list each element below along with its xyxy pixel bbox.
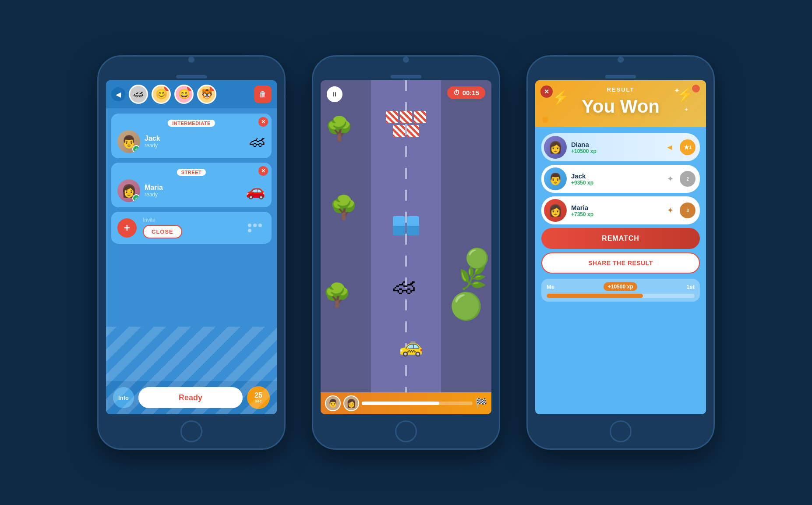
pause-icon: ⏸ (332, 91, 338, 98)
result-screen: ✦ ✦ ✦ ⚡ ⚡ ✕ RESULT You Won 👩 (535, 80, 706, 414)
barrier-block-3 (414, 111, 426, 123)
me-rank: 1st (686, 284, 695, 290)
barrier-mid-blocks (393, 216, 419, 235)
player-mini-1: 👨 (325, 395, 341, 411)
progress-track (362, 402, 473, 405)
jack-badge: 2 (680, 171, 695, 187)
phone-2-camera (403, 57, 409, 63)
maria-result-name: Maria (571, 204, 663, 211)
ready-button[interactable]: Ready (138, 387, 243, 408)
me-row: Me +10500 xp 1st (541, 279, 700, 302)
timer-value: 25 (254, 391, 262, 399)
phone-3-home-button[interactable] (610, 420, 632, 442)
phone-1-home-button[interactable] (180, 420, 202, 442)
star-decor-3: ✦ (684, 107, 688, 113)
phone-2-home-button[interactable] (395, 420, 417, 442)
diana-badge: ★ 1 (680, 139, 695, 155)
phone1-screen: ◀ 🏎 😊 😄 🐯 🗑 (106, 80, 277, 414)
barrier-mid-1 (393, 216, 405, 235)
phone-3-screen: ✦ ✦ ✦ ⚡ ⚡ ✕ RESULT You Won 👩 (535, 80, 706, 414)
jack-car-icon: 🏎 (250, 132, 265, 151)
invite-close-button[interactable]: CLOSE (143, 225, 182, 238)
share-result-button[interactable]: SHARE THE RESULT (541, 252, 700, 274)
invite-label: Invite (143, 217, 182, 223)
barrier-mid (393, 216, 419, 235)
jack-info: Jack ready (145, 135, 245, 149)
card-maria: STREET 👩 ✓ Maria ready 🚗 ✕ (111, 163, 272, 207)
card-maria-row: 👩 ✓ Maria ready 🚗 (117, 179, 265, 202)
badge-rank-1: 1 (689, 145, 692, 150)
diana-arrow: ◄ (666, 143, 674, 152)
diana-avatar: 👩 (544, 136, 567, 159)
maria-badge: 3 (680, 203, 695, 218)
phone-2-screen: 🌳 🌳 🌳 🌿 🟢 🟢 (321, 80, 491, 414)
timer-display: 25 sec (247, 386, 270, 409)
phone-1-screen: ◀ 🏎 😊 😄 🐯 🗑 (106, 80, 277, 414)
result-bottom: 👩 Diana +10500 xp ◄ ★ 1 👨 (535, 127, 706, 414)
barrier-block-2 (400, 111, 412, 123)
me-top: Me +10500 xp 1st (547, 282, 695, 291)
maria-avatar: 👩 ✓ (117, 179, 140, 202)
barrier-block-1 (386, 111, 398, 123)
card-maria-level-label: STREET (117, 168, 265, 176)
avatar-3: 😄 (174, 85, 194, 104)
tree-1: 🌳 (325, 115, 353, 142)
maria-check-icon: ✓ (132, 194, 140, 202)
phone1-content: INTERMEDIATE 👨 ✓ Jack ready 🏎 ✕ (106, 108, 277, 381)
badge-star-1: ★ (684, 144, 689, 151)
barrier-block-5 (407, 125, 419, 137)
rematch-button[interactable]: REMATCH (541, 228, 700, 249)
dots-decor (248, 224, 265, 232)
avatar-4-icon: 🐯 (201, 89, 213, 100)
me-label: Me (547, 284, 554, 290)
barrier-block-4 (393, 125, 405, 137)
maria-arrow: ✦ (667, 206, 674, 215)
diana-xp: +10500 xp (571, 148, 661, 154)
avatar-2-icon: 😊 (155, 89, 167, 100)
flag-icon: 🏁 (475, 398, 487, 409)
card-maria-close[interactable]: ✕ (258, 166, 268, 176)
maria-result-info: Maria +7350 xp (571, 204, 663, 217)
avatar-2: 😊 (152, 85, 171, 104)
maria-result-avatar-icon: 👩 (548, 204, 562, 217)
player-row-jack: 👨 Jack +9350 xp ✦ 2 (541, 165, 700, 193)
car-yellow-icon: 🚕 (399, 334, 423, 357)
car-orange-icon: 🏎 (393, 273, 416, 299)
car-orange: 🏎 (393, 273, 416, 299)
maria-info: Maria ready (145, 184, 241, 198)
pause-button[interactable]: ⏸ (327, 86, 342, 102)
phone-3: ✦ ✦ ✦ ⚡ ⚡ ✕ RESULT You Won 👩 (526, 55, 715, 450)
avatar-4: 🐯 (197, 85, 216, 104)
player-mini-2: 👩 (343, 395, 359, 411)
result-top: ✦ ✦ ✦ ⚡ ⚡ ✕ RESULT You Won (535, 80, 706, 127)
avatar-1: 🏎 (129, 85, 148, 104)
badge-rank-3: 3 (686, 208, 689, 213)
diana-name: Diana (571, 141, 661, 148)
jack-result-info: Jack +9350 xp (571, 172, 663, 186)
jack-result-xp: +9350 xp (571, 180, 663, 186)
timer-unit: sec (255, 399, 261, 404)
card-jack-level-label: INTERMEDIATE (117, 119, 265, 127)
back-button[interactable]: ◀ (111, 87, 125, 101)
level-street: STREET (177, 169, 206, 176)
card-jack-close[interactable]: ✕ (258, 117, 268, 127)
barrier-top-blocks (386, 111, 426, 123)
progress-fill (362, 402, 439, 405)
phone-3-camera (618, 57, 624, 63)
badge-rank-2: 2 (686, 177, 689, 181)
circle-orange (542, 117, 548, 123)
phone1-header: ◀ 🏎 😊 😄 🐯 🗑 (106, 80, 277, 108)
invite-plus-button[interactable]: + (117, 218, 137, 238)
info-button[interactable]: Info (113, 387, 134, 408)
diana-info: Diana +10500 xp (571, 141, 661, 154)
timer-value: 00:15 (462, 89, 479, 96)
lightning-left: ⚡ (552, 89, 569, 106)
bush-3: 🟢 (465, 247, 489, 270)
result-close-button[interactable]: ✕ (540, 85, 553, 98)
diana-avatar-icon: 👩 (548, 141, 562, 154)
trash-button[interactable]: 🗑 (254, 85, 272, 103)
phone1-footer: Info Ready 25 sec (106, 381, 277, 414)
phone-1: ◀ 🏎 😊 😄 🐯 🗑 (97, 55, 286, 450)
jack-avatar: 👨 ✓ (117, 130, 140, 153)
card-jack-row: 👨 ✓ Jack ready 🏎 (117, 130, 265, 153)
